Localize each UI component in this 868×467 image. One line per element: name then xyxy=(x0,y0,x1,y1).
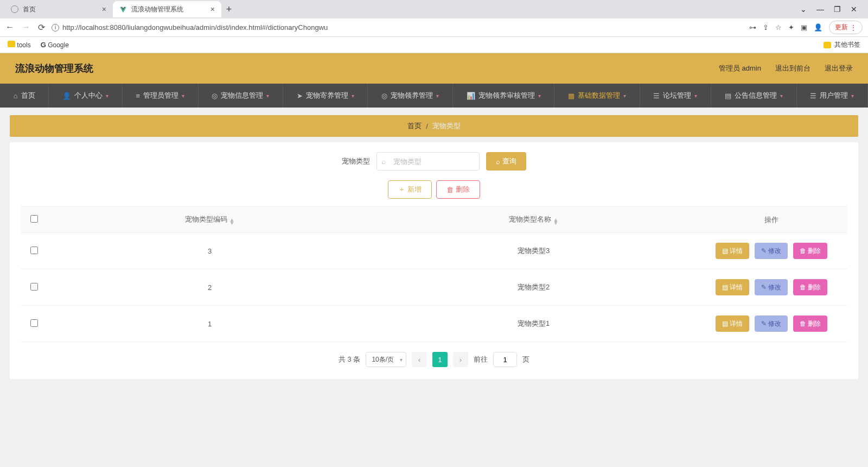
nav-label: 基础数据管理 xyxy=(578,91,620,100)
update-button[interactable]: 更新 ⋮ xyxy=(829,21,863,34)
table-row: 3 宠物类型3 ▤详情 ✎修改 🗑删除 xyxy=(21,233,847,269)
chevron-down-icon: ▾ xyxy=(851,93,854,99)
back-icon[interactable]: ← xyxy=(5,22,14,33)
delete-row-button[interactable]: 🗑删除 xyxy=(793,243,827,259)
close-window-icon[interactable]: ✕ xyxy=(851,5,857,14)
user-icon: 👤 xyxy=(62,92,71,100)
doc-icon: ▤ xyxy=(722,247,728,255)
pencil-icon: ✎ xyxy=(761,320,767,327)
chevron-down-icon: ▾ xyxy=(538,93,541,99)
folder-icon xyxy=(8,41,15,47)
edit-button[interactable]: ✎修改 xyxy=(755,243,788,259)
delete-row-button[interactable]: 🗑删除 xyxy=(793,315,827,332)
browser-tab-active[interactable]: 流浪动物管理系统 × xyxy=(113,1,221,17)
minimize-icon[interactable]: — xyxy=(816,5,824,14)
total-text: 共 3 条 xyxy=(339,355,360,364)
chevron-down-icon: ▾ xyxy=(352,93,354,99)
nav-item-grid[interactable]: ▦基础数据管理▾ xyxy=(554,84,640,108)
edit-button[interactable]: ✎修改 xyxy=(755,279,788,295)
send-icon: ➤ xyxy=(297,92,303,100)
chevron-down-icon: ▾ xyxy=(780,93,783,99)
delete-row-button[interactable]: 🗑删除 xyxy=(793,279,827,295)
grid-icon: ▦ xyxy=(568,92,575,100)
key-icon[interactable]: ⊶ xyxy=(749,23,756,31)
user-role-label[interactable]: 管理员 admin xyxy=(719,64,761,73)
nav-item-user[interactable]: 👤个人中心▾ xyxy=(49,84,122,108)
plus-icon: ＋ xyxy=(398,185,405,194)
panel-icon[interactable]: ▣ xyxy=(801,23,807,31)
close-icon[interactable]: × xyxy=(210,5,215,14)
prev-page-button[interactable]: ‹ xyxy=(412,352,427,367)
goto-prefix: 前往 xyxy=(474,355,488,364)
table-row: 1 宠物类型1 ▤详情 ✎修改 🗑删除 xyxy=(21,306,847,342)
dropdown-icon[interactable]: ⌄ xyxy=(800,5,807,14)
bookmark-other[interactable]: 其他书签 xyxy=(834,40,860,49)
select-all-checkbox[interactable] xyxy=(30,215,38,223)
profile-icon[interactable]: 👤 xyxy=(814,23,822,31)
action-row: ＋ 新增 🗑 删除 xyxy=(10,180,858,199)
nav-item-list[interactable]: ≡管理员管理▾ xyxy=(123,84,199,108)
table-row: 2 宠物类型2 ▤详情 ✎修改 🗑删除 xyxy=(21,269,847,306)
sort-icon: ▲▼ xyxy=(229,218,235,225)
nav-item-chart[interactable]: 📊宠物领养审核管理▾ xyxy=(453,84,554,108)
nav-label: 公告信息管理 xyxy=(735,91,777,100)
add-button[interactable]: ＋ 新增 xyxy=(388,180,432,199)
goto-page-input[interactable] xyxy=(493,352,517,367)
detail-button[interactable]: ▤详情 xyxy=(716,315,749,332)
bookmark-item[interactable]: tools xyxy=(8,41,31,49)
col-name[interactable]: 宠物类型名称▲▼ xyxy=(372,207,695,233)
list-icon: ≡ xyxy=(136,92,140,100)
breadcrumb-home[interactable]: 首页 xyxy=(407,121,422,131)
browser-tab[interactable]: 首页 × xyxy=(4,1,113,17)
new-tab-button[interactable]: + xyxy=(221,4,237,15)
share-icon[interactable]: ⇪ xyxy=(763,23,769,31)
nav-item-bars[interactable]: ☰论坛管理▾ xyxy=(640,84,711,108)
next-page-button[interactable]: › xyxy=(453,352,468,367)
search-button[interactable]: ⌕ 查询 xyxy=(486,152,526,171)
bookmark-item[interactable]: G Google xyxy=(41,41,69,49)
bookmark-bar: tools G Google 其他书签 xyxy=(0,37,868,53)
nav-item-target[interactable]: ◎宠物信息管理▾ xyxy=(199,84,283,108)
url-field[interactable]: i http://localhost:8080/liulangdongwubei… xyxy=(52,23,743,31)
col-ops: 操作 xyxy=(695,207,847,233)
row-checkbox[interactable] xyxy=(30,319,38,327)
page-size-select[interactable]: 10条/页 xyxy=(366,352,406,367)
exit-front-link[interactable]: 退出到前台 xyxy=(775,64,810,73)
detail-button[interactable]: ▤详情 xyxy=(716,279,749,295)
nav-item-send[interactable]: ➤宠物寄养管理▾ xyxy=(283,84,368,108)
page-number-button[interactable]: 1 xyxy=(432,352,448,367)
extensions-icon[interactable]: ✦ xyxy=(788,23,794,31)
star-icon[interactable]: ☆ xyxy=(775,23,782,31)
row-checkbox[interactable] xyxy=(30,283,38,291)
globe-icon xyxy=(11,5,18,13)
pencil-icon: ✎ xyxy=(761,247,767,255)
nav-item-users[interactable]: ☰用户管理▾ xyxy=(797,84,868,108)
nav-label: 宠物信息管理 xyxy=(221,91,263,100)
nav-label: 用户管理 xyxy=(820,91,848,100)
maximize-icon[interactable]: ❐ xyxy=(834,5,841,14)
reload-icon[interactable]: ⟳ xyxy=(38,22,45,33)
detail-button[interactable]: ▤详情 xyxy=(716,243,749,259)
cell-code: 2 xyxy=(48,269,372,306)
col-code[interactable]: 宠物类型编码▲▼ xyxy=(48,207,372,233)
breadcrumb-current: 宠物类型 xyxy=(432,121,461,131)
logout-link[interactable]: 退出登录 xyxy=(825,64,853,73)
nav-menu: ⌂首页👤个人中心▾≡管理员管理▾◎宠物信息管理▾➤宠物寄养管理▾◎宠物领养管理▾… xyxy=(0,84,868,108)
bars-icon: ☰ xyxy=(653,92,660,100)
site-info-icon[interactable]: i xyxy=(52,24,59,31)
chevron-down-icon: ▾ xyxy=(623,93,626,99)
forward-icon[interactable]: → xyxy=(22,22,30,33)
delete-button[interactable]: 🗑 删除 xyxy=(436,180,480,199)
vue-icon xyxy=(119,5,127,13)
nav-item-cal[interactable]: ▤公告信息管理▾ xyxy=(711,84,796,108)
row-checkbox[interactable] xyxy=(30,247,38,254)
nav-item-target[interactable]: ◎宠物领养管理▾ xyxy=(368,84,452,108)
delete-label: 删除 xyxy=(456,185,470,194)
search-input[interactable] xyxy=(376,152,480,171)
trash-icon: 🗑 xyxy=(800,283,806,291)
nav-item-home[interactable]: ⌂首页 xyxy=(0,84,49,108)
address-bar: ← → ⟳ i http://localhost:8080/liulangdon… xyxy=(0,18,868,37)
edit-button[interactable]: ✎修改 xyxy=(755,315,788,332)
close-icon[interactable]: × xyxy=(102,5,106,14)
cell-name: 宠物类型1 xyxy=(372,306,695,342)
